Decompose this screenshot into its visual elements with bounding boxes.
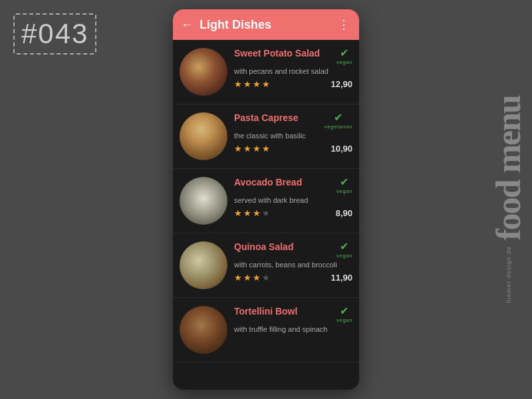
item-name: Sweet Potato Salad bbox=[234, 48, 320, 59]
item-image bbox=[180, 241, 227, 289]
star-icon: ★ bbox=[253, 208, 261, 218]
star-icon: ★ bbox=[234, 208, 242, 218]
menu-item[interactable]: Sweet Potato Salad ✔ vegan with pecans a… bbox=[173, 40, 359, 104]
item-description: with carrots, beans and broccoli bbox=[234, 260, 352, 269]
item-content: Quinoa Salad ✔ vegan with carrots, beans… bbox=[234, 241, 352, 283]
star-icon: ★ bbox=[243, 79, 251, 89]
item-image bbox=[180, 177, 227, 225]
badge-label: vegetarian bbox=[325, 124, 352, 130]
star-icon: ★ bbox=[243, 208, 251, 218]
item-price: 12,90 bbox=[331, 79, 352, 89]
vegan-icon: ✔ bbox=[334, 112, 342, 123]
item-badge: ✔ vegan bbox=[336, 177, 352, 194]
item-image bbox=[180, 306, 227, 354]
vegan-icon: ✔ bbox=[340, 306, 348, 317]
star-icon: ★ bbox=[234, 79, 242, 89]
stars-row: ★★★★ bbox=[234, 79, 270, 89]
star-icon: ★ bbox=[253, 144, 261, 154]
item-bottom-row: ★★★★ 8,90 bbox=[234, 208, 352, 218]
item-description: with truffle filling and spinach bbox=[234, 325, 352, 334]
item-bottom-row: ★★★★ 10,90 bbox=[234, 144, 352, 154]
item-header-row: Tortellini Bowl ✔ vegan bbox=[234, 306, 352, 323]
item-content: Pasta Caprese ✔ vegetarian the classic w… bbox=[234, 112, 352, 154]
star-icon: ★ bbox=[262, 79, 270, 89]
item-description: served with dark bread bbox=[234, 196, 352, 205]
star-icon: ★ bbox=[243, 144, 251, 154]
item-image bbox=[180, 112, 227, 160]
menu-item[interactable]: Quinoa Salad ✔ vegan with carrots, beans… bbox=[173, 233, 359, 298]
item-price: 10,90 bbox=[331, 144, 352, 154]
item-header-row: Quinoa Salad ✔ vegan bbox=[234, 241, 352, 259]
more-button[interactable]: ⋮ bbox=[338, 17, 351, 32]
vegan-icon: ✔ bbox=[340, 177, 348, 188]
vegan-icon: ✔ bbox=[340, 241, 348, 252]
stars-row: ★★★★ bbox=[234, 273, 270, 283]
page-number: #043 bbox=[13, 13, 96, 55]
item-description: the classic with basilic bbox=[234, 131, 352, 140]
stars-row: ★★★★ bbox=[234, 144, 270, 154]
badge-label: vegan bbox=[336, 317, 352, 323]
item-badge: ✔ vegetarian bbox=[325, 112, 352, 130]
stars-row: ★★★★ bbox=[234, 208, 270, 218]
item-image bbox=[180, 48, 227, 96]
item-description: with pecans and rocket salad bbox=[234, 66, 352, 76]
item-badge: ✔ vegan bbox=[336, 241, 352, 259]
menu-item[interactable]: Tortellini Bowl ✔ vegan with truffle fil… bbox=[173, 298, 359, 362]
item-name: Avocado Bread bbox=[234, 177, 302, 188]
item-header-row: Sweet Potato Salad ✔ vegan bbox=[234, 48, 352, 65]
star-icon: ★ bbox=[253, 79, 261, 89]
phone-frame: ← Light Dishes ⋮ Sweet Potato Salad ✔ ve… bbox=[173, 9, 359, 390]
star-icon: ★ bbox=[262, 273, 270, 283]
brand-label: hiemer-design.de bbox=[505, 246, 512, 303]
item-header-row: Avocado Bread ✔ vegan bbox=[234, 177, 352, 194]
item-bottom-row: ★★★★ 11,90 bbox=[234, 273, 352, 283]
back-button[interactable]: ← bbox=[181, 18, 193, 32]
star-icon: ★ bbox=[253, 273, 261, 283]
item-content: Sweet Potato Salad ✔ vegan with pecans a… bbox=[234, 48, 352, 89]
item-bottom-row: ★★★★ 12,90 bbox=[234, 79, 352, 89]
menu-item[interactable]: Avocado Bread ✔ vegan served with dark b… bbox=[173, 169, 359, 233]
item-name: Quinoa Salad bbox=[234, 241, 293, 252]
vegan-icon: ✔ bbox=[340, 48, 348, 59]
star-icon: ★ bbox=[262, 208, 270, 218]
star-icon: ★ bbox=[234, 273, 242, 283]
star-icon: ★ bbox=[262, 144, 270, 154]
item-header-row: Pasta Caprese ✔ vegetarian bbox=[234, 112, 352, 130]
badge-label: vegan bbox=[336, 59, 352, 65]
item-badge: ✔ vegan bbox=[336, 306, 352, 323]
item-name: Pasta Caprese bbox=[234, 112, 299, 123]
item-content: Tortellini Bowl ✔ vegan with truffle fil… bbox=[234, 306, 352, 337]
badge-label: vegan bbox=[336, 188, 352, 194]
item-price: 8,90 bbox=[336, 208, 352, 218]
item-price: 11,90 bbox=[331, 273, 352, 283]
menu-item[interactable]: Pasta Caprese ✔ vegetarian the classic w… bbox=[173, 104, 359, 169]
app-header: ← Light Dishes ⋮ bbox=[173, 9, 359, 40]
menu-list: Sweet Potato Salad ✔ vegan with pecans a… bbox=[173, 40, 359, 390]
star-icon: ★ bbox=[243, 273, 251, 283]
badge-label: vegan bbox=[336, 253, 352, 259]
item-content: Avocado Bread ✔ vegan served with dark b… bbox=[234, 177, 352, 218]
star-icon: ★ bbox=[234, 144, 242, 154]
food-menu-label: food menu bbox=[491, 96, 526, 240]
item-name: Tortellini Bowl bbox=[234, 306, 297, 317]
right-sidebar: food menu hiemer-design.de bbox=[485, 0, 532, 399]
item-badge: ✔ vegan bbox=[336, 48, 352, 65]
header-title: Light Dishes bbox=[200, 18, 338, 32]
